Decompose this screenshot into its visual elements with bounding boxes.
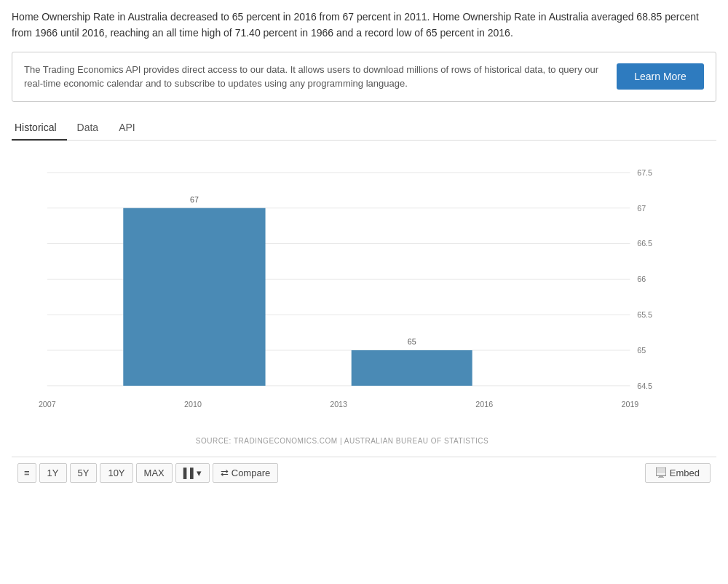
1y-button[interactable]: 1Y [39, 463, 67, 483]
chart-toolbar: ≡ 1Y 5Y 10Y MAX ▌▌▾ ⇄ Compare [12, 457, 716, 489]
bar-2016 [352, 350, 472, 386]
max-button[interactable]: MAX [136, 463, 173, 483]
y-label-675: 67.5 [637, 168, 652, 177]
main-container: Home Ownership Rate in Australia decreas… [0, 0, 728, 497]
y-label-645: 64.5 [637, 381, 652, 390]
x-label-2013: 2013 [330, 400, 347, 409]
bar-2011 [123, 208, 265, 386]
bar-label-2016: 65 [408, 337, 416, 346]
learn-more-button[interactable]: Learn More [617, 63, 704, 90]
svg-rect-10 [658, 477, 664, 478]
svg-rect-9 [659, 476, 663, 477]
tab-api[interactable]: API [116, 116, 146, 141]
10y-button[interactable]: 10Y [100, 463, 132, 483]
api-banner-text: The Trading Economics API provides direc… [24, 63, 617, 91]
chart-svg: 64.5 65 65.5 66 66.5 67 67.5 2007 2010 2… [12, 148, 673, 432]
x-label-2007: 2007 [39, 400, 56, 409]
chart-container: 64.5 65 65.5 66 66.5 67 67.5 2007 2010 2… [12, 148, 716, 454]
tab-data[interactable]: Data [74, 116, 109, 141]
y-label-665: 66.5 [637, 239, 652, 248]
tab-historical[interactable]: Historical [12, 116, 67, 141]
x-label-2010: 2010 [184, 400, 202, 409]
list-button[interactable]: ≡ [17, 463, 36, 483]
tabs-row: Historical Data API [12, 115, 716, 141]
toolbar-left: ≡ 1Y 5Y 10Y MAX ▌▌▾ ⇄ Compare [17, 463, 278, 483]
y-label-66: 66 [637, 275, 646, 283]
embed-icon [656, 467, 666, 478]
bar-label-2011: 67 [190, 195, 199, 204]
compare-button[interactable]: ⇄ Compare [213, 463, 278, 483]
api-banner: The Trading Economics API provides direc… [12, 52, 716, 102]
embed-button[interactable]: Embed [645, 463, 711, 483]
x-label-2016: 2016 [475, 400, 493, 409]
y-label-655: 65.5 [637, 310, 652, 319]
description-text: Home Ownership Rate in Australia decreas… [12, 9, 716, 42]
chart-source: SOURCE: TRADINGECONOMICS.COM | AUSTRALIA… [12, 437, 673, 445]
svg-rect-8 [657, 468, 665, 473]
chart-type-button[interactable]: ▌▌▾ [175, 463, 210, 483]
y-label-67: 67 [637, 203, 646, 212]
x-label-2019: 2019 [621, 400, 638, 409]
y-label-65: 65 [637, 346, 646, 355]
5y-button[interactable]: 5Y [70, 463, 98, 483]
